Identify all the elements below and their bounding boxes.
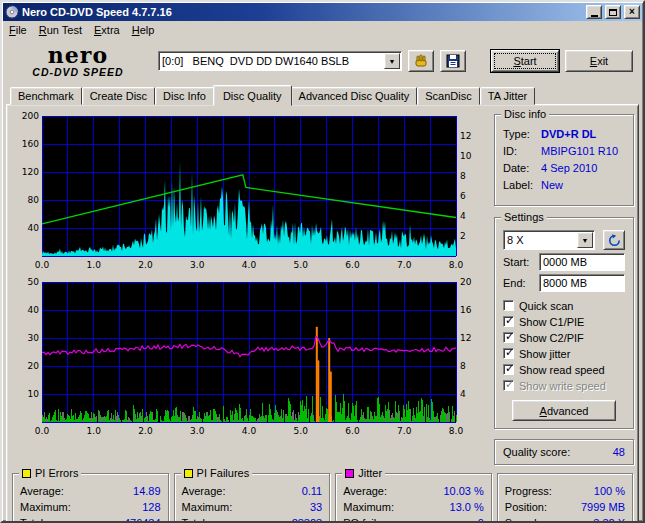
end-position-input[interactable]: 8000 MB bbox=[539, 274, 625, 292]
disc-quality-page: 4080120160200246810120.01.02.03.04.05.06… bbox=[6, 104, 639, 523]
jitter-group: Jitter Average:10.03 % Maximum:13.0 % PO… bbox=[335, 473, 492, 523]
app-window: Nero CD-DVD Speed 4.7.7.16 × File Run Te… bbox=[0, 0, 645, 523]
disc-date-row: Date: 4 Sep 2010 bbox=[503, 161, 625, 176]
svg-text:16: 16 bbox=[460, 305, 472, 315]
svg-text:8: 8 bbox=[460, 361, 466, 371]
drive-select[interactable]: [0:0] BENQ DVD DD DW1640 BSLB ▼ bbox=[158, 51, 402, 71]
tab-disc-info[interactable]: Disc Info bbox=[155, 87, 214, 105]
disc-type-value: DVD+R DL bbox=[541, 127, 596, 142]
checkbox-box bbox=[503, 348, 514, 359]
chevron-down-icon[interactable]: ▼ bbox=[577, 232, 593, 248]
svg-text:8.0: 8.0 bbox=[449, 260, 464, 270]
start-position-input[interactable]: 0000 MB bbox=[539, 253, 625, 271]
floppy-disk-icon bbox=[446, 54, 460, 68]
svg-text:40: 40 bbox=[28, 223, 40, 233]
svg-text:2.0: 2.0 bbox=[138, 426, 153, 436]
tab-ta-jitter[interactable]: TA Jitter bbox=[480, 87, 536, 105]
svg-text:5.0: 5.0 bbox=[294, 260, 309, 270]
svg-text:2.0: 2.0 bbox=[138, 260, 153, 270]
progress-value: 100 % bbox=[594, 483, 625, 499]
quality-score-value: 48 bbox=[613, 446, 625, 458]
po-failures-value: 0 bbox=[478, 515, 484, 523]
jitter-average-value: 10.03 % bbox=[443, 483, 483, 499]
tab-benchmark[interactable]: Benchmark bbox=[10, 87, 82, 105]
pie-readspeed-chart: 4080120160200246810120.01.02.03.04.05.06… bbox=[10, 110, 488, 274]
maximize-icon bbox=[609, 9, 617, 16]
svg-text:4.0: 4.0 bbox=[242, 260, 257, 270]
tab-bar: Benchmark Create Disc Disc Info Disc Qua… bbox=[2, 84, 643, 105]
nero-brand-text: nero bbox=[4, 44, 152, 66]
checkbox-show-c2-pif[interactable]: Show C2/PIF bbox=[503, 331, 625, 344]
disc-info-title: Disc info bbox=[501, 108, 549, 120]
nero-logo: nero CD-DVD SPEED bbox=[4, 44, 152, 78]
eject-tray-button[interactable] bbox=[408, 50, 434, 72]
start-button[interactable]: Start bbox=[491, 50, 559, 72]
chevron-down-icon[interactable]: ▼ bbox=[384, 53, 400, 69]
checkbox-quick-scan[interactable]: Quick scan bbox=[503, 299, 625, 312]
svg-text:7.0: 7.0 bbox=[397, 426, 412, 436]
drive-select-value: [0:0] BENQ DVD DD DW1640 BSLB bbox=[159, 55, 383, 67]
speed-select-value: 8 X bbox=[504, 234, 576, 246]
save-button[interactable] bbox=[440, 50, 466, 72]
tab-disc-quality[interactable]: Disc Quality bbox=[213, 85, 292, 106]
advanced-button[interactable]: Advanced bbox=[512, 400, 616, 421]
checkbox-show-read-speed[interactable]: Show read speed bbox=[503, 363, 625, 376]
checkbox-show-jitter[interactable]: Show jitter bbox=[503, 347, 625, 360]
svg-text:6: 6 bbox=[460, 191, 466, 201]
svg-text:1.0: 1.0 bbox=[87, 426, 102, 436]
pi-errors-title: PI Errors bbox=[19, 467, 81, 479]
disc-info-group: Disc info Type: DVD+R DL ID: MBIPG101 R1… bbox=[494, 114, 634, 206]
svg-text:2: 2 bbox=[460, 231, 466, 241]
pi-failures-group: PI Failures Average:0.11 Maximum:33 Tota… bbox=[174, 473, 331, 523]
minimize-button[interactable] bbox=[586, 5, 602, 19]
svg-text:6.0: 6.0 bbox=[345, 260, 360, 270]
nero-product-text: CD-DVD SPEED bbox=[4, 67, 152, 78]
window-title: Nero CD-DVD Speed 4.7.7.16 bbox=[22, 6, 583, 18]
pie-average-value: 14.89 bbox=[133, 483, 161, 499]
maximize-button[interactable] bbox=[605, 5, 621, 19]
menu-run-test[interactable]: Run Test bbox=[33, 23, 88, 37]
close-button[interactable]: × bbox=[624, 5, 640, 19]
svg-text:80: 80 bbox=[28, 195, 40, 205]
svg-text:5.0: 5.0 bbox=[294, 426, 309, 436]
pie-legend-icon bbox=[22, 469, 31, 478]
svg-text:10: 10 bbox=[460, 151, 472, 161]
settings-title: Settings bbox=[501, 211, 547, 223]
checkbox-box bbox=[503, 316, 514, 327]
refresh-icon bbox=[608, 234, 621, 247]
position-value: 7999 MB bbox=[581, 499, 625, 515]
tab-advanced-disc-quality[interactable]: Advanced Disc Quality bbox=[291, 87, 418, 105]
menu-bar: File Run Test Extra Help bbox=[2, 21, 643, 38]
svg-text:20: 20 bbox=[460, 277, 472, 287]
checkbox-box bbox=[503, 364, 514, 375]
pi-errors-group: PI Errors Average:14.89 Maximum:128 Tota… bbox=[12, 473, 169, 523]
tab-scandisc[interactable]: ScanDisc bbox=[417, 87, 479, 105]
menu-extra[interactable]: Extra bbox=[88, 23, 126, 37]
svg-text:0.0: 0.0 bbox=[35, 260, 50, 270]
statistics-row: PI Errors Average:14.89 Maximum:128 Tota… bbox=[10, 469, 635, 523]
checkbox-box bbox=[503, 380, 514, 391]
checkbox-show-c1-pie[interactable]: Show C1/PIE bbox=[503, 315, 625, 328]
pi-failures-title: PI Failures bbox=[181, 467, 253, 479]
quality-score-label: Quality score: bbox=[503, 446, 570, 458]
svg-text:8: 8 bbox=[460, 171, 466, 181]
speed-select[interactable]: 8 X ▼ bbox=[503, 230, 595, 250]
jitter-title: Jitter bbox=[342, 467, 385, 479]
disc-id-value: MBIPG101 R10 bbox=[541, 144, 618, 159]
title-bar[interactable]: Nero CD-DVD Speed 4.7.7.16 × bbox=[3, 3, 642, 21]
disc-label-value: New bbox=[541, 178, 563, 193]
exit-button[interactable]: Exit bbox=[565, 50, 633, 72]
pie-maximum-value: 128 bbox=[142, 499, 160, 515]
quality-score-group: Quality score: 48 bbox=[494, 439, 634, 465]
svg-text:40: 40 bbox=[28, 305, 40, 315]
tab-create-disc[interactable]: Create Disc bbox=[82, 87, 155, 105]
refresh-button[interactable] bbox=[603, 230, 625, 250]
svg-text:0.0: 0.0 bbox=[35, 426, 50, 436]
svg-text:20: 20 bbox=[28, 361, 40, 371]
menu-file[interactable]: File bbox=[3, 23, 33, 37]
svg-text:12: 12 bbox=[460, 131, 471, 141]
menu-help[interactable]: Help bbox=[126, 23, 161, 37]
pif-legend-icon bbox=[184, 469, 193, 478]
svg-text:8.0: 8.0 bbox=[449, 426, 464, 436]
svg-text:120: 120 bbox=[22, 167, 39, 177]
